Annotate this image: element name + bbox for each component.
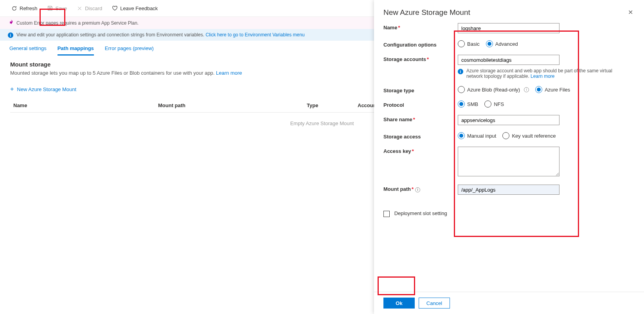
storage-mount-panel: New Azure Storage Mount ✕ Name* Configur…	[374, 0, 644, 314]
share-name-input[interactable]	[458, 115, 559, 125]
share-label: Share name	[383, 117, 412, 122]
checkbox-icon	[383, 211, 390, 217]
premium-text: Custom Error pages requires a premium Ap…	[16, 20, 139, 26]
col-name: Name	[13, 102, 158, 108]
storage-account-input[interactable]	[458, 55, 559, 65]
storacct-label: Storage accounts	[383, 56, 426, 62]
refresh-button[interactable]: Refresh	[7, 3, 41, 14]
access-key-input[interactable]	[458, 147, 559, 176]
discard-button[interactable]: Discard	[72, 3, 106, 14]
close-icon[interactable]: ✕	[626, 7, 635, 18]
env-link[interactable]: Click here to go to Environment Variable…	[205, 32, 304, 38]
ok-button[interactable]: Ok	[383, 298, 415, 309]
name-label: Name	[383, 25, 397, 31]
save-button[interactable]: Save	[43, 3, 71, 14]
radio-smb[interactable]: SMB	[458, 100, 478, 108]
type-label: Storage type	[383, 86, 458, 93]
save-icon	[47, 5, 53, 11]
access-label: Storage access	[383, 132, 458, 140]
radio-advanced[interactable]: Advanced	[486, 40, 518, 47]
help-icon[interactable]: i	[524, 87, 529, 92]
radio-keyvault[interactable]: Key vault reference	[502, 132, 556, 139]
radio-nfs[interactable]: NFS	[484, 100, 504, 108]
refresh-icon	[11, 5, 17, 11]
config-label: Configuration options	[383, 40, 458, 48]
tab-path-mappings[interactable]: Path mappings	[58, 45, 94, 56]
discard-label: Discard	[85, 5, 102, 11]
proto-label: Protocol	[383, 100, 458, 108]
radio-blob[interactable]: Azure Blob (Read-only)i	[458, 86, 529, 93]
info-icon: i	[8, 32, 13, 38]
info-icon: i	[458, 69, 463, 74]
mountpath-label: Mount path	[383, 186, 411, 192]
name-input[interactable]	[458, 23, 559, 33]
panel-title: New Azure Storage Mount	[383, 8, 626, 17]
col-mount: Mount path	[158, 102, 307, 108]
key-label: Access key	[383, 148, 411, 154]
storacct-learn-link[interactable]: Learn more	[531, 74, 554, 79]
radio-basic[interactable]: Basic	[458, 40, 480, 47]
feedback-button[interactable]: Leave Feedback	[108, 3, 162, 14]
slot-label: Deployment slot setting	[394, 210, 447, 216]
heart-icon	[112, 5, 118, 11]
col-type: Type	[307, 102, 358, 108]
mount-path-input[interactable]	[458, 185, 559, 195]
rocket-icon	[8, 20, 13, 26]
save-label: Save	[56, 5, 67, 11]
discard-icon	[76, 5, 83, 11]
env-text: View and edit your application settings …	[16, 32, 204, 38]
mount-learn-link[interactable]: Learn more	[216, 70, 242, 76]
help-icon[interactable]: i	[415, 187, 420, 192]
tab-general[interactable]: General settings	[9, 45, 47, 56]
svg-point-0	[11, 21, 12, 22]
plus-icon: +	[10, 86, 14, 92]
feedback-label: Leave Feedback	[120, 5, 158, 11]
cancel-button[interactable]: Cancel	[419, 298, 450, 309]
refresh-label: Refresh	[20, 5, 38, 11]
radio-manual[interactable]: Manual input	[458, 132, 496, 139]
deployment-slot-checkbox[interactable]: Deployment slot setting	[383, 210, 447, 216]
radio-files[interactable]: Azure Files	[535, 86, 570, 93]
tab-error-pages[interactable]: Error pages (preview)	[105, 45, 154, 56]
add-mount-label: New Azure Storage Mount	[17, 86, 76, 92]
add-mount-button[interactable]: + New Azure Storage Mount	[10, 84, 76, 95]
